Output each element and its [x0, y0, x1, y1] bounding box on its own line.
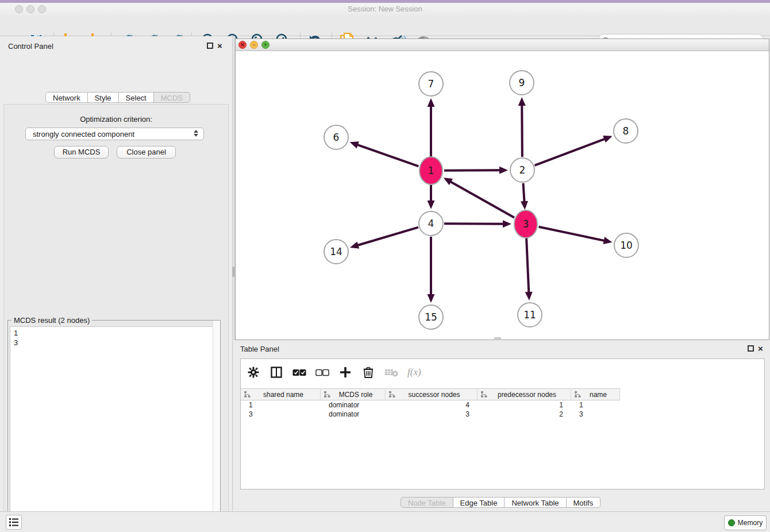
column-header-mcds-role[interactable]: MCDS role — [321, 389, 386, 400]
graph-edge-arrow-3-10 — [603, 237, 613, 244]
graph-edge-1-2[interactable] — [444, 170, 501, 171]
sort-icon — [481, 391, 487, 398]
graph-node-label-15: 15 — [425, 311, 437, 323]
tab-edge-table[interactable]: Edge Table — [453, 497, 505, 508]
network-graph-canvas[interactable]: 7968124314101511 — [236, 51, 769, 340]
main-toolbar — [0, 16, 770, 36]
tab-mcds[interactable]: MCDS — [154, 92, 190, 103]
network-close-button[interactable]: ✕ — [238, 41, 247, 49]
column-header-label: successor nodes — [408, 391, 460, 399]
graph-edge-arrow-2-9 — [518, 97, 526, 106]
column-header-label: predecessor nodes — [498, 391, 556, 399]
criterion-dropdown-value: strongly connected component — [33, 130, 134, 138]
graph-node-label-10: 10 — [620, 240, 633, 251]
show-columns-icon[interactable] — [270, 365, 283, 379]
network-view-window: scc.txt ✕ − + 7968124314101511 — [235, 38, 769, 340]
table-header-row: shared nameMCDS rolesuccessor nodesprede… — [241, 388, 620, 400]
graph-edge-2-3[interactable] — [523, 183, 524, 203]
graph-node-label-3: 3 — [523, 218, 529, 230]
graph-edge-arrow-2-8 — [603, 136, 612, 142]
graph-edge-arrow-1-4 — [428, 201, 435, 209]
function-builder-icon[interactable]: f(x) — [407, 367, 421, 378]
column-header-predecessor-nodes[interactable]: predecessor nodes — [478, 389, 571, 400]
table-cell[interactable]: 2 — [478, 410, 571, 419]
network-window-titlebar[interactable]: ✕ − + — [236, 39, 769, 51]
status-bar: Memory — [0, 511, 770, 532]
graph-edge-arrow-4-15 — [428, 294, 435, 303]
graph-edge-3-11[interactable] — [526, 237, 529, 294]
graph-edge-4-3[interactable] — [444, 223, 505, 224]
mcds-result-label: MCDS result (2 nodes) — [11, 316, 92, 325]
graph-node-label-11: 11 — [523, 309, 536, 321]
node-table-container: f(x) shared nameMCDS rolesuccessor nodes… — [240, 358, 765, 489]
graph-edge-2-8[interactable] — [535, 138, 606, 165]
table-settings-gear-icon[interactable] — [247, 365, 260, 379]
table-row[interactable]: 1dominator411 — [241, 400, 620, 410]
graph-edge-3-10[interactable] — [539, 227, 606, 241]
unselect-all-columns-icon[interactable] — [315, 365, 329, 379]
graph-edge-4-14[interactable] — [356, 228, 418, 246]
mcds-result-groupbox: 1 3 — [7, 320, 221, 532]
criterion-dropdown[interactable]: strongly connected component — [25, 128, 204, 140]
control-panel: Control Panel × NetworkStyleSelectMCDS O… — [0, 36, 232, 511]
graph-node-label-2: 2 — [519, 164, 526, 176]
table-cell[interactable]: 1 — [571, 400, 620, 410]
graph-edge-1-6[interactable] — [356, 144, 418, 166]
tab-node-table[interactable]: Node Table — [401, 497, 453, 508]
sort-icon — [575, 391, 581, 398]
network-minimize-button[interactable]: − — [250, 41, 258, 49]
result-scrollbar[interactable] — [213, 321, 220, 532]
control-panel-title: Control Panel — [8, 42, 53, 51]
table-cell[interactable]: dominator — [321, 400, 386, 410]
column-header-label: name — [590, 391, 607, 399]
create-column-icon[interactable] — [338, 365, 352, 379]
mcds-result-textarea[interactable]: 1 3 — [10, 326, 218, 532]
table-panel: Table Panel × f(x) — [233, 340, 770, 511]
table-cell[interactable]: 1 — [478, 400, 571, 410]
graph-node-label-6: 6 — [333, 132, 340, 143]
control-panel-close-button[interactable]: × — [217, 42, 222, 49]
table-row[interactable]: 3dominator323 — [241, 410, 620, 419]
graph-node-label-4: 4 — [428, 218, 434, 229]
table-cell[interactable]: dominator — [321, 410, 386, 419]
tab-motifs[interactable]: Motifs — [567, 497, 601, 508]
memory-label: Memory — [738, 519, 763, 527]
tab-network-table[interactable]: Network Table — [505, 497, 566, 508]
sort-icon — [324, 391, 330, 398]
task-history-button[interactable] — [6, 515, 22, 530]
tab-select[interactable]: Select — [119, 92, 154, 103]
table-panel-close-button[interactable]: × — [758, 345, 763, 352]
delete-table-icon[interactable] — [384, 365, 398, 379]
tab-style[interactable]: Style — [88, 92, 119, 103]
network-maximize-button[interactable]: + — [261, 41, 270, 49]
column-header-label: MCDS role — [339, 391, 373, 399]
graph-edge-arrow-3-11 — [525, 292, 533, 300]
memory-button[interactable]: Memory — [724, 515, 767, 530]
graph-edge-2-9[interactable] — [522, 104, 522, 157]
graph-edge-arrow-1-6 — [350, 141, 359, 148]
select-all-columns-icon[interactable] — [292, 365, 306, 379]
close-panel-button[interactable]: Close panel — [117, 146, 176, 159]
graph-node-label-7: 7 — [428, 78, 434, 90]
column-header-shared-name[interactable]: shared name — [241, 389, 321, 400]
table-cell[interactable]: 3 — [386, 410, 478, 419]
tab-network[interactable]: Network — [45, 92, 88, 103]
column-header-label: shared name — [263, 391, 303, 399]
table-cell[interactable]: 3 — [571, 410, 620, 419]
graph-node-label-9: 9 — [519, 77, 525, 88]
column-header-successor-nodes[interactable]: successor nodes — [386, 389, 478, 400]
table-cell[interactable]: 3 — [241, 410, 321, 419]
table-toolbar: f(x) — [241, 359, 764, 385]
graph-edge-arrow-2-3 — [521, 201, 528, 210]
table-cell[interactable]: 4 — [386, 400, 478, 410]
control-panel-float-button[interactable] — [207, 43, 213, 49]
run-mcds-button[interactable]: Run MCDS — [54, 146, 109, 159]
control-panel-tabbar: NetworkStyleSelectMCDS — [45, 92, 190, 103]
graph-edge-3-1[interactable] — [449, 181, 514, 218]
delete-columns-trash-icon[interactable] — [361, 365, 375, 379]
table-cell[interactable]: 1 — [241, 400, 321, 410]
optimization-criterion-label: Optimization criterion: — [0, 115, 232, 124]
table-panel-float-button[interactable] — [748, 345, 754, 352]
window-title: Session: New Session — [0, 3, 770, 16]
column-header-name[interactable]: name — [571, 389, 620, 400]
